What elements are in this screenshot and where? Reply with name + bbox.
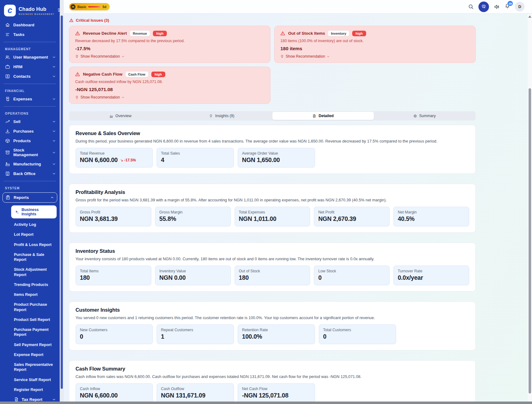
- scrollbar-thumb[interactable]: [529, 88, 531, 393]
- sidebar-item-manufacturing[interactable]: Manufacturing: [0, 159, 60, 169]
- metric-value: NGN 3,681.39: [80, 215, 147, 222]
- sidebar-item-purchases[interactable]: Purchases: [0, 126, 60, 136]
- sidebar-item-hrm[interactable]: HRM: [0, 62, 60, 72]
- sidebar-item-label: Business Insights: [21, 208, 53, 216]
- plan-label: Basic: [77, 5, 86, 9]
- sidebar-item-profit-loss-report[interactable]: Profit & Loss Report: [0, 240, 60, 250]
- tasks-icon: [5, 32, 10, 37]
- sidebar-section-operations: OPERATIONS: [0, 109, 60, 117]
- chevron-down-icon: [52, 162, 56, 166]
- sidebar-item-label: Back Office: [13, 171, 36, 176]
- user-avatar[interactable]: D: [515, 2, 525, 11]
- sidebar-item-lot-report[interactable]: Lot Report: [0, 230, 60, 239]
- warning-triangle-icon: [280, 31, 285, 36]
- sidebar-item-products[interactable]: Products: [0, 136, 60, 146]
- search-icon[interactable]: [468, 4, 474, 10]
- chevron-down-icon: [121, 96, 125, 99]
- sidebar-section-financial: FINANCIAL: [0, 86, 60, 94]
- sidebar-item-product-purchase-report[interactable]: Product Purchase Report: [0, 300, 60, 315]
- metric-value: NGN 6,600.00: [80, 392, 149, 399]
- alert-value: -NGN 125,071.08: [75, 87, 265, 92]
- metric-label: Turnover Rate: [398, 269, 465, 273]
- sidebar-item-expenses[interactable]: Expenses: [0, 94, 60, 104]
- sidebar-item-tax-report[interactable]: Tax Report: [0, 395, 60, 402]
- metric-total-customers: Total Customers 0: [319, 324, 396, 344]
- bulb-icon: [209, 114, 213, 118]
- bulb-icon: [75, 55, 79, 59]
- tab-insights[interactable]: Insights (9): [171, 112, 273, 120]
- metric-repeat-customers: Repeat Customers 1: [157, 324, 234, 344]
- horizontal-scrollbar[interactable]: [0, 402, 532, 404]
- warning-triangle-icon: [75, 31, 80, 36]
- crown-icon: [71, 4, 76, 9]
- notifications-button[interactable]: 39: [504, 3, 510, 10]
- scroll-up-arrow[interactable]: [528, 15, 531, 18]
- section-description: Cash inflow from sales was NGN 6,600.00.…: [76, 374, 469, 379]
- plan-progress-bar: [88, 6, 101, 7]
- tab-summary[interactable]: Summary: [374, 112, 475, 120]
- bulb-icon: [280, 55, 284, 59]
- metric-label: Net Margin: [398, 210, 465, 214]
- receipt-icon: [5, 96, 10, 102]
- metric-label: Repeat Customers: [161, 328, 230, 332]
- tab-detailed[interactable]: Detailed: [272, 112, 374, 120]
- metric-value: NGN 6,600.00 -17.5%: [80, 156, 149, 164]
- section-description: Your inventory consists of 180 products …: [76, 257, 469, 261]
- tax-file-icon: [14, 397, 19, 402]
- plan-days-left: 5d: [102, 5, 106, 9]
- sidebar-item-sell[interactable]: Sell: [0, 117, 60, 126]
- chevron-down-icon: [52, 139, 56, 143]
- sidebar-item-dashboard[interactable]: Dashboard: [0, 20, 60, 30]
- sidebar-item-back-office[interactable]: Back Office: [0, 169, 60, 178]
- sidebar-item-purchase-payment-report[interactable]: Purchase Payment Report: [0, 325, 60, 340]
- sidebar-item-purchase-sale-report[interactable]: Purchase & Sale Report: [0, 250, 60, 265]
- warning-triangle-icon: [69, 18, 74, 23]
- sidebar-item-user-management[interactable]: User Management: [0, 52, 60, 62]
- section-revenue-sales-overview: Revenue & Sales Overview During this per…: [69, 125, 476, 174]
- chevron-down-icon: [52, 74, 56, 78]
- sidebar-item-stock-management[interactable]: Stock Management: [0, 146, 60, 159]
- sidebar-item-items-report[interactable]: Items Report: [0, 290, 60, 300]
- metric-label: Gross Margin: [159, 210, 227, 214]
- sidebar-divider: [4, 181, 56, 181]
- bulb-icon: [75, 95, 79, 99]
- sidebar-item-expense-report[interactable]: Expense Report: [0, 350, 60, 360]
- metric-label: Total Revenue: [80, 151, 149, 156]
- sidebar-item-register-report[interactable]: Register Report: [0, 385, 60, 395]
- sidebar-scrollbar[interactable]: [60, 0, 64, 402]
- sidebar: c Chado Hub BUSINESS MANAGEMENT Dashboar…: [0, 0, 64, 402]
- notification-count-badge: 39: [508, 1, 513, 6]
- alert-card-out-of-stock: Out of Stock Items Inventory high 180 it…: [274, 26, 476, 63]
- speaker-icon[interactable]: [494, 4, 500, 10]
- sidebar-item-sales-representative-report[interactable]: Sales Representative Report: [0, 360, 60, 375]
- sidebar-item-reports[interactable]: Reports: [2, 192, 57, 203]
- sidebar-item-product-sell-report[interactable]: Product Sell Report: [0, 315, 60, 325]
- sidebar-item-stock-adjustment-report[interactable]: Stock Adjustment Report: [0, 265, 60, 280]
- metric-label: Total Expenses: [239, 210, 306, 214]
- sidebar-item-trending-products[interactable]: Trending Products: [0, 280, 60, 290]
- tab-overview[interactable]: Overview: [70, 112, 171, 120]
- sparkles-icon: [15, 210, 19, 214]
- metric-value: NGN 0.00: [159, 274, 227, 281]
- pos-terminal-button[interactable]: [478, 2, 489, 12]
- show-recommendation-button[interactable]: Show Recommendation: [75, 54, 125, 59]
- sidebar-item-service-staff-report[interactable]: Service Staff Report: [0, 375, 60, 385]
- sidebar-item-tasks[interactable]: Tasks: [0, 30, 60, 39]
- plan-badge[interactable]: Basic 5d: [69, 3, 110, 10]
- chevron-down-icon: [52, 97, 56, 101]
- sidebar-item-sell-payment-report[interactable]: Sell Payment Report: [0, 340, 60, 350]
- sidebar-item-business-insights[interactable]: Business Insights: [11, 205, 57, 218]
- show-recommendation-button[interactable]: Show Recommendation: [280, 54, 330, 59]
- menu-toggle-icon[interactable]: [57, 7, 60, 14]
- show-recommendation-button[interactable]: Show Recommendation: [75, 95, 125, 99]
- sidebar-section-management: MANAGEMENT: [0, 45, 60, 52]
- box-icon: [5, 138, 10, 143]
- metric-value: 4: [161, 156, 230, 164]
- vertical-scrollbar[interactable]: [528, 14, 532, 402]
- sidebar-item-activity-log[interactable]: Activity Log: [0, 220, 60, 230]
- section-cash-flow-summary: Cash Flow Summary Cash inflow from sales…: [69, 360, 476, 402]
- metric-value: NGN 131,671.09: [161, 392, 230, 399]
- alert-category-badge: Inventory: [328, 30, 349, 36]
- home-icon: [5, 22, 10, 28]
- sidebar-item-contacts[interactable]: Contacts: [0, 72, 60, 81]
